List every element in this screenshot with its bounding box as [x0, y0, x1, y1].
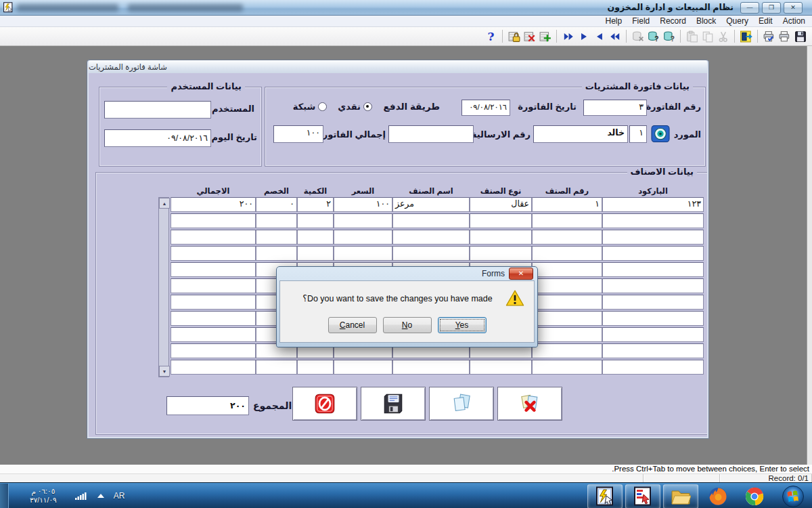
table-cell[interactable] [256, 230, 297, 245]
save-icon[interactable] [792, 29, 808, 44]
table-cell[interactable] [602, 213, 704, 228]
scroll-down-icon[interactable]: ▼ [159, 366, 170, 377]
lock-record-icon[interactable] [506, 29, 522, 44]
table-cell[interactable] [334, 230, 392, 245]
insert-record-icon[interactable] [537, 29, 553, 44]
delete-invoice-button[interactable] [497, 387, 562, 421]
table-cell[interactable] [532, 246, 602, 261]
table-cell[interactable] [392, 230, 470, 245]
table-cell[interactable] [171, 327, 256, 342]
table-cell[interactable] [256, 360, 297, 375]
table-cell[interactable] [171, 262, 256, 277]
menu-item-help[interactable]: Help [606, 16, 623, 26]
table-cell[interactable] [392, 360, 470, 375]
taskbar-app-chrome[interactable] [738, 485, 771, 508]
table-cell[interactable] [171, 311, 256, 326]
table-cell[interactable] [602, 246, 704, 261]
table-cell[interactable]: ١ [532, 197, 602, 212]
menu-item-edit[interactable]: Edit [759, 16, 773, 26]
table-cell[interactable] [334, 360, 392, 375]
language-indicator[interactable]: AR [114, 491, 125, 501]
menu-item-query[interactable]: Query [726, 16, 748, 26]
table-cell[interactable] [171, 278, 256, 293]
table-cell[interactable] [532, 262, 602, 277]
table-cell[interactable] [171, 360, 256, 375]
dialog-yes-button[interactable]: Yes [438, 317, 487, 333]
cut-icon[interactable] [715, 29, 731, 44]
prev-record-icon[interactable] [591, 29, 607, 44]
menu-item-block[interactable]: Block [696, 16, 716, 26]
taskbar-app-forms-runtime[interactable] [587, 484, 623, 508]
table-cell[interactable] [602, 295, 704, 310]
table-cell[interactable]: ١٠٠ [334, 197, 392, 212]
table-cell[interactable]: ٢٠٠ [171, 197, 256, 212]
exit-icon[interactable] [738, 29, 754, 44]
taskbar-app-explorer[interactable] [663, 484, 698, 508]
table-cell[interactable] [470, 230, 532, 245]
cancel-query-icon[interactable] [630, 29, 646, 44]
user-field[interactable] [104, 101, 211, 119]
invoice-date-field[interactable]: ٠٩/٠٨/٢٠١٦ [461, 100, 510, 116]
execute-query-icon[interactable]: ? [646, 29, 661, 44]
dialog-close-icon[interactable]: ✕ [509, 268, 533, 280]
show-desktop-button[interactable] [0, 484, 9, 508]
table-cell[interactable]: ٠ [256, 197, 297, 212]
table-cell[interactable] [602, 311, 704, 326]
close-button[interactable]: ✕ [784, 2, 803, 14]
show-hidden-icons[interactable] [97, 494, 104, 498]
table-cell[interactable] [470, 246, 532, 261]
table-cell[interactable] [532, 213, 602, 228]
next-set-icon[interactable] [560, 29, 576, 44]
prev-set-icon[interactable] [607, 29, 623, 44]
table-cell[interactable] [602, 262, 704, 277]
table-cell[interactable] [392, 213, 470, 228]
network-signal-icon[interactable] [74, 491, 88, 501]
taskbar-clock[interactable]: ٠٦:٠٥ م ٣٧/١١/٠٩ [30, 487, 57, 505]
menu-item-record[interactable]: Record [660, 16, 686, 26]
cash-radio[interactable] [363, 102, 372, 111]
copy-icon[interactable] [700, 29, 715, 44]
table-cell[interactable] [392, 246, 470, 261]
table-cell[interactable] [171, 230, 256, 245]
taskbar-app-forms-builder[interactable] [625, 484, 660, 508]
table-cell[interactable]: ٢ [297, 197, 334, 212]
table-cell[interactable] [171, 213, 256, 228]
minimize-button[interactable]: — [740, 2, 759, 14]
table-cell[interactable] [532, 360, 602, 375]
print-preview-icon[interactable] [761, 29, 777, 44]
mdi-scrollbar[interactable] [807, 46, 812, 465]
table-cell[interactable] [171, 246, 256, 261]
invoice-no-field[interactable]: ٣ [583, 100, 647, 116]
table-cell[interactable] [297, 360, 334, 375]
table-cell[interactable]: مرعز [392, 197, 470, 212]
taskbar-app-firefox[interactable] [701, 485, 735, 508]
save-invoice-button[interactable] [361, 387, 426, 421]
table-cell[interactable] [297, 213, 334, 228]
menu-item-field[interactable]: Field [632, 16, 650, 26]
table-cell[interactable] [532, 343, 602, 358]
delete-record-icon[interactable] [522, 29, 537, 44]
table-cell[interactable] [171, 343, 256, 358]
scroll-up-icon[interactable]: ▲ [159, 198, 170, 209]
new-invoice-button[interactable] [429, 387, 494, 421]
table-cell[interactable] [532, 311, 602, 326]
table-cell[interactable]: ١٢٣ [602, 197, 704, 212]
today-date-field[interactable]: ٠٩/٠٨/٢٠١٦ [104, 129, 211, 147]
table-cell[interactable] [532, 278, 602, 293]
shipment-no-field[interactable] [388, 125, 474, 143]
dialog-cancel-button[interactable]: Cancel [328, 317, 377, 333]
table-cell[interactable] [602, 327, 704, 342]
dialog-no-button[interactable]: No [383, 317, 432, 333]
print-icon[interactable] [777, 29, 792, 44]
start-button[interactable] [781, 484, 805, 508]
table-cell[interactable]: عقال [470, 197, 532, 212]
table-cell[interactable] [334, 246, 392, 261]
exit-form-button[interactable] [292, 387, 357, 421]
network-radio[interactable] [318, 102, 327, 111]
table-cell[interactable] [532, 230, 602, 245]
table-cell[interactable] [602, 360, 704, 375]
table-cell[interactable] [470, 360, 532, 375]
next-record-icon[interactable] [576, 29, 591, 44]
table-cell[interactable] [602, 230, 704, 245]
table-cell[interactable] [532, 295, 602, 310]
